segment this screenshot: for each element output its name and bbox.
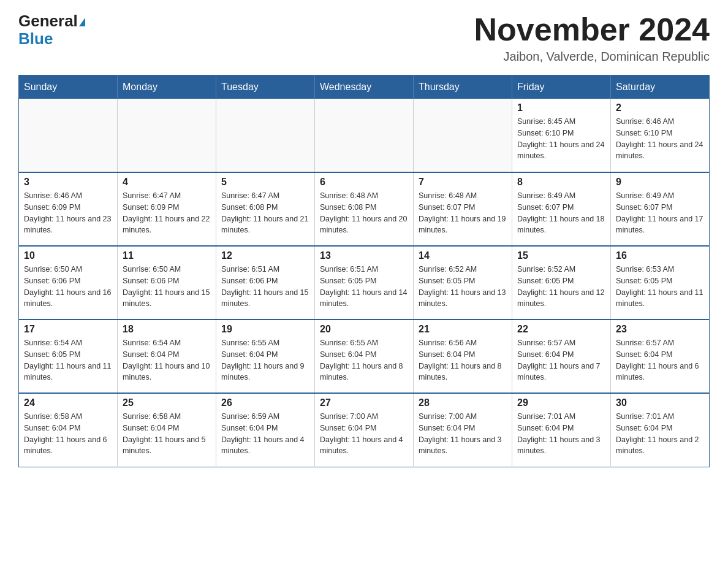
day-info: Sunrise: 6:47 AMSunset: 6:08 PMDaylight:…: [221, 190, 309, 236]
table-row: 18Sunrise: 6:54 AMSunset: 6:04 PMDayligh…: [118, 320, 216, 393]
day-number: 13: [320, 250, 408, 261]
logo: General Blue: [18, 12, 85, 47]
table-row: 10Sunrise: 6:50 AMSunset: 6:06 PMDayligh…: [19, 246, 118, 320]
table-row: [118, 99, 216, 172]
day-number: 22: [517, 324, 605, 335]
day-number: 12: [221, 250, 309, 261]
day-info: Sunrise: 6:53 AMSunset: 6:05 PMDaylight:…: [616, 264, 704, 310]
day-number: 3: [24, 177, 112, 188]
header-saturday: Saturday: [611, 75, 710, 99]
calendar-week-row: 10Sunrise: 6:50 AMSunset: 6:06 PMDayligh…: [19, 246, 710, 320]
day-number: 29: [517, 397, 605, 408]
table-row: 25Sunrise: 6:58 AMSunset: 6:04 PMDayligh…: [118, 393, 216, 467]
table-row: 1Sunrise: 6:45 AMSunset: 6:10 PMDaylight…: [512, 99, 611, 172]
table-row: 13Sunrise: 6:51 AMSunset: 6:05 PMDayligh…: [315, 246, 414, 320]
day-number: 28: [419, 397, 507, 408]
table-row: 3Sunrise: 6:46 AMSunset: 6:09 PMDaylight…: [19, 172, 118, 246]
calendar-week-row: 24Sunrise: 6:58 AMSunset: 6:04 PMDayligh…: [19, 393, 710, 467]
day-info: Sunrise: 7:01 AMSunset: 6:04 PMDaylight:…: [517, 411, 605, 457]
table-row: 7Sunrise: 6:48 AMSunset: 6:07 PMDaylight…: [414, 172, 512, 246]
calendar-title: November 2024: [474, 12, 710, 47]
day-info: Sunrise: 6:54 AMSunset: 6:04 PMDaylight:…: [123, 337, 211, 383]
calendar-week-row: 17Sunrise: 6:54 AMSunset: 6:05 PMDayligh…: [19, 320, 710, 393]
table-row: 2Sunrise: 6:46 AMSunset: 6:10 PMDaylight…: [611, 99, 710, 172]
table-row: [216, 99, 315, 172]
day-info: Sunrise: 6:49 AMSunset: 6:07 PMDaylight:…: [616, 190, 704, 236]
table-row: [315, 99, 414, 172]
day-info: Sunrise: 6:54 AMSunset: 6:05 PMDaylight:…: [24, 337, 112, 383]
table-row: 27Sunrise: 7:00 AMSunset: 6:04 PMDayligh…: [315, 393, 414, 467]
table-row: 22Sunrise: 6:57 AMSunset: 6:04 PMDayligh…: [512, 320, 611, 393]
table-row: 29Sunrise: 7:01 AMSunset: 6:04 PMDayligh…: [512, 393, 611, 467]
header-sunday: Sunday: [19, 75, 118, 99]
logo-triangle-icon: [79, 18, 85, 26]
day-number: 6: [320, 177, 408, 188]
day-number: 25: [123, 397, 211, 408]
table-row: [414, 99, 512, 172]
table-row: [19, 99, 118, 172]
day-info: Sunrise: 6:58 AMSunset: 6:04 PMDaylight:…: [24, 411, 112, 457]
table-row: 20Sunrise: 6:55 AMSunset: 6:04 PMDayligh…: [315, 320, 414, 393]
day-number: 15: [517, 250, 605, 261]
day-number: 10: [24, 250, 112, 261]
day-number: 11: [123, 250, 211, 261]
day-info: Sunrise: 6:49 AMSunset: 6:07 PMDaylight:…: [517, 190, 605, 236]
day-info: Sunrise: 6:47 AMSunset: 6:09 PMDaylight:…: [123, 190, 211, 236]
table-row: 16Sunrise: 6:53 AMSunset: 6:05 PMDayligh…: [611, 246, 710, 320]
day-info: Sunrise: 6:48 AMSunset: 6:08 PMDaylight:…: [320, 190, 408, 236]
day-info: Sunrise: 6:46 AMSunset: 6:10 PMDaylight:…: [616, 116, 704, 162]
header-wednesday: Wednesday: [315, 75, 414, 99]
day-info: Sunrise: 6:50 AMSunset: 6:06 PMDaylight:…: [123, 264, 211, 310]
day-number: 14: [419, 250, 507, 261]
header-monday: Monday: [118, 75, 216, 99]
day-number: 5: [221, 177, 309, 188]
day-number: 18: [123, 324, 211, 335]
calendar-subtitle: Jaibon, Valverde, Dominican Republic: [474, 50, 710, 64]
day-info: Sunrise: 6:57 AMSunset: 6:04 PMDaylight:…: [517, 337, 605, 383]
day-number: 23: [616, 324, 704, 335]
table-row: 17Sunrise: 6:54 AMSunset: 6:05 PMDayligh…: [19, 320, 118, 393]
title-area: November 2024 Jaibon, Valverde, Dominica…: [474, 12, 710, 64]
table-row: 5Sunrise: 6:47 AMSunset: 6:08 PMDaylight…: [216, 172, 315, 246]
day-number: 21: [419, 324, 507, 335]
day-info: Sunrise: 6:51 AMSunset: 6:06 PMDaylight:…: [221, 264, 309, 310]
table-row: 8Sunrise: 6:49 AMSunset: 6:07 PMDaylight…: [512, 172, 611, 246]
table-row: 23Sunrise: 6:57 AMSunset: 6:04 PMDayligh…: [611, 320, 710, 393]
day-info: Sunrise: 6:46 AMSunset: 6:09 PMDaylight:…: [24, 190, 112, 236]
day-info: Sunrise: 7:00 AMSunset: 6:04 PMDaylight:…: [419, 411, 507, 457]
day-number: 24: [24, 397, 112, 408]
day-number: 20: [320, 324, 408, 335]
day-number: 17: [24, 324, 112, 335]
day-number: 7: [419, 177, 507, 188]
day-info: Sunrise: 6:58 AMSunset: 6:04 PMDaylight:…: [123, 411, 211, 457]
header-thursday: Thursday: [414, 75, 512, 99]
day-number: 27: [320, 397, 408, 408]
table-row: 30Sunrise: 7:01 AMSunset: 6:04 PMDayligh…: [611, 393, 710, 467]
day-number: 9: [616, 177, 704, 188]
day-info: Sunrise: 6:56 AMSunset: 6:04 PMDaylight:…: [419, 337, 507, 383]
page-header: General Blue November 2024 Jaibon, Valve…: [18, 12, 710, 64]
logo-general-text: General: [18, 12, 85, 30]
day-info: Sunrise: 6:52 AMSunset: 6:05 PMDaylight:…: [419, 264, 507, 310]
day-info: Sunrise: 6:52 AMSunset: 6:05 PMDaylight:…: [517, 264, 605, 310]
calendar-table: Sunday Monday Tuesday Wednesday Thursday…: [18, 75, 710, 467]
calendar-week-row: 1Sunrise: 6:45 AMSunset: 6:10 PMDaylight…: [19, 99, 710, 172]
day-info: Sunrise: 6:51 AMSunset: 6:05 PMDaylight:…: [320, 264, 408, 310]
calendar-week-row: 3Sunrise: 6:46 AMSunset: 6:09 PMDaylight…: [19, 172, 710, 246]
day-number: 26: [221, 397, 309, 408]
table-row: 26Sunrise: 6:59 AMSunset: 6:04 PMDayligh…: [216, 393, 315, 467]
table-row: 15Sunrise: 6:52 AMSunset: 6:05 PMDayligh…: [512, 246, 611, 320]
table-row: 24Sunrise: 6:58 AMSunset: 6:04 PMDayligh…: [19, 393, 118, 467]
day-number: 19: [221, 324, 309, 335]
day-info: Sunrise: 6:55 AMSunset: 6:04 PMDaylight:…: [320, 337, 408, 383]
day-number: 16: [616, 250, 704, 261]
day-number: 30: [616, 397, 704, 408]
day-info: Sunrise: 6:45 AMSunset: 6:10 PMDaylight:…: [517, 116, 605, 162]
table-row: 4Sunrise: 6:47 AMSunset: 6:09 PMDaylight…: [118, 172, 216, 246]
day-number: 4: [123, 177, 211, 188]
day-number: 8: [517, 177, 605, 188]
day-info: Sunrise: 6:55 AMSunset: 6:04 PMDaylight:…: [221, 337, 309, 383]
table-row: 21Sunrise: 6:56 AMSunset: 6:04 PMDayligh…: [414, 320, 512, 393]
day-number: 2: [616, 102, 704, 113]
day-number: 1: [517, 102, 605, 113]
